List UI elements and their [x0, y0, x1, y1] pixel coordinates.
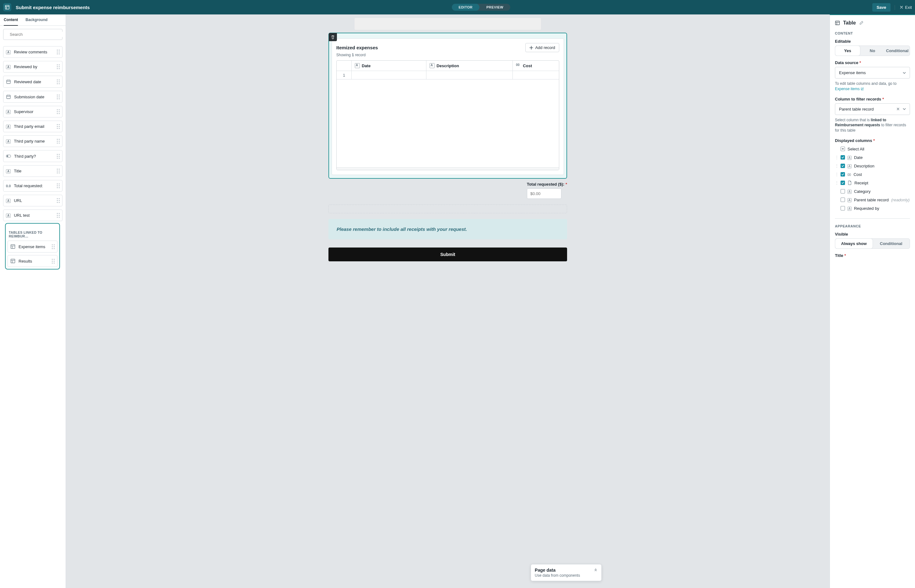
tab-content[interactable]: Content — [4, 15, 18, 26]
column-type-icon: A — [847, 197, 852, 202]
column-option[interactable]: ARequested by — [835, 204, 910, 213]
field-item[interactable]: Third party? — [3, 150, 63, 162]
linked-tables-block: TABLES LINKED TO REIMBUR…Expense itemsRe… — [5, 223, 60, 270]
column-option[interactable]: ⋮⋮ADate — [835, 153, 910, 162]
tab-background[interactable]: Background — [26, 15, 47, 26]
editable-conditional[interactable]: Conditional — [885, 46, 910, 56]
column-option[interactable]: ACategory — [835, 187, 910, 196]
field-list[interactable]: AReview commentsAReviewed byReviewed dat… — [0, 43, 66, 588]
drag-handle-icon[interactable] — [57, 65, 60, 69]
drag-handle-icon[interactable] — [52, 244, 55, 249]
field-item[interactable]: AReview comments — [3, 46, 63, 58]
total-requested-input[interactable] — [527, 189, 562, 199]
canvas[interactable]: Itemized expenses Add record Showing 1 r… — [66, 15, 829, 588]
editable-label: Editable — [835, 39, 910, 44]
section-appearance-label: APPEARANCE — [835, 224, 910, 228]
delete-component-button[interactable] — [329, 33, 337, 41]
mode-preview[interactable]: PREVIEW — [479, 4, 510, 11]
field-label: Third party name — [14, 139, 45, 144]
linked-table-item[interactable]: Expense items — [8, 241, 58, 252]
visible-always[interactable]: Always show — [835, 239, 873, 249]
field-item[interactable]: AURL test — [3, 210, 63, 221]
drag-handle-icon[interactable] — [57, 154, 60, 158]
add-record-button[interactable]: Add record — [525, 43, 559, 52]
select-all-row[interactable]: Select All — [835, 145, 910, 153]
exit-link[interactable]: Exit — [899, 5, 912, 10]
field-type-icon — [6, 153, 11, 158]
data-table[interactable]: ADate ADescription 00Cost 1 — [336, 60, 559, 170]
checkbox[interactable] — [841, 206, 845, 210]
save-button[interactable]: Save — [872, 3, 891, 11]
field-label: Third party email — [14, 124, 44, 129]
drag-handle-icon[interactable]: ⋮⋮ — [835, 172, 838, 176]
drag-handle-icon[interactable] — [57, 139, 60, 144]
column-option[interactable]: ⋮⋮Receipt — [835, 179, 910, 187]
edit-icon[interactable] — [859, 21, 863, 25]
column-type-icon: 00 — [847, 172, 851, 177]
drag-handle-icon[interactable]: ⋮⋮ — [835, 155, 838, 160]
drag-handle-icon[interactable] — [57, 183, 60, 188]
field-label: Supervisor — [14, 109, 33, 114]
drag-handle-icon[interactable]: ⋮⋮ — [835, 181, 838, 185]
checkbox[interactable] — [841, 172, 845, 176]
linked-table-label: Results — [19, 259, 32, 263]
component-placeholder[interactable] — [354, 18, 541, 30]
visible-label: Visible — [835, 232, 910, 236]
table-row[interactable]: 1 — [337, 71, 559, 79]
datasource-help: To edit table columns and data, go to Ex… — [835, 81, 910, 92]
selected-table-component[interactable]: Itemized expenses Add record Showing 1 r… — [328, 33, 567, 179]
field-item[interactable]: AThird party email — [3, 121, 63, 132]
field-item[interactable]: AURL — [3, 195, 63, 206]
field-item[interactable]: AReviewed by — [3, 61, 63, 73]
filter-column-select[interactable]: Parent table record — [835, 103, 910, 115]
mode-editor[interactable]: EDITOR — [452, 4, 479, 11]
field-item[interactable]: AThird party name — [3, 136, 63, 147]
expand-icon[interactable] — [594, 568, 597, 572]
drag-handle-icon[interactable] — [57, 109, 60, 114]
search-input[interactable] — [9, 32, 63, 37]
divider: │ — [894, 5, 896, 10]
editable-no[interactable]: No — [860, 46, 885, 56]
external-link-icon — [861, 87, 864, 90]
section-content-label: CONTENT — [835, 31, 910, 35]
submit-button[interactable]: Submit — [328, 247, 567, 261]
editable-yes[interactable]: Yes — [835, 46, 860, 56]
checkbox[interactable] — [841, 164, 845, 168]
drag-handle-icon[interactable] — [57, 124, 60, 129]
drag-handle-icon[interactable]: ⋮⋮ — [835, 164, 838, 168]
column-option[interactable]: ⋮⋮00Cost — [835, 170, 910, 179]
linked-table-item[interactable]: Results — [8, 255, 58, 267]
column-option[interactable]: AParent table record (readonly) — [835, 196, 910, 204]
drag-handle-icon[interactable] — [52, 259, 55, 263]
field-item[interactable]: Reviewed date — [3, 76, 63, 88]
visible-conditional[interactable]: Conditional — [873, 239, 910, 249]
checkbox[interactable] — [841, 189, 845, 194]
field-item[interactable]: Submission date — [3, 91, 63, 103]
linked-table-label: Expense items — [19, 244, 45, 249]
field-item[interactable]: ATitle — [3, 165, 63, 177]
drag-handle-icon[interactable] — [57, 213, 60, 218]
datasource-select[interactable]: Expense items — [835, 67, 910, 79]
clear-icon[interactable] — [896, 107, 900, 111]
column-option[interactable]: ⋮⋮ADescription — [835, 162, 910, 170]
drag-handle-icon[interactable] — [57, 95, 60, 99]
checkbox[interactable] — [841, 181, 845, 185]
search-input-wrapper[interactable] — [3, 29, 63, 40]
column-type-icon — [847, 181, 852, 185]
drag-handle-icon[interactable] — [57, 169, 60, 173]
drag-handle-icon[interactable] — [57, 79, 60, 84]
record-count: Showing 1 record — [336, 53, 559, 57]
field-label: Title — [14, 169, 21, 173]
field-item[interactable]: ASupervisor — [3, 106, 63, 118]
checkbox[interactable] — [841, 155, 845, 160]
checkbox[interactable] — [841, 197, 845, 202]
drop-zone[interactable] — [328, 205, 567, 213]
checkbox-indeterminate[interactable] — [841, 147, 845, 151]
page-data-chip[interactable]: Page data Use data from components — [531, 564, 602, 581]
field-item[interactable]: 0.0Total requested: — [3, 180, 63, 192]
drag-handle-icon[interactable] — [57, 198, 60, 203]
drag-handle-icon[interactable] — [57, 50, 60, 54]
horizontal-scrollbar[interactable] — [337, 167, 559, 170]
datasource-link[interactable]: Expense items — [835, 87, 864, 91]
svg-rect-15 — [11, 245, 15, 249]
